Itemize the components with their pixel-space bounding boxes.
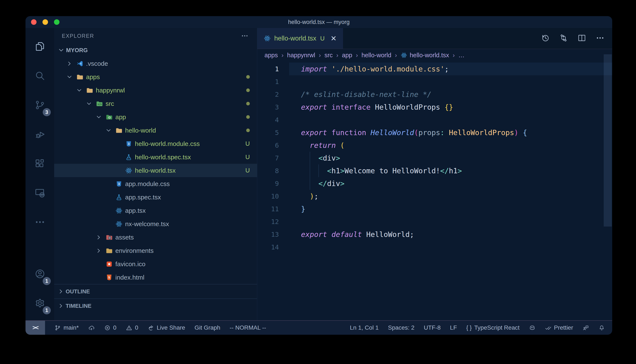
tree-item-hello-world-module-css[interactable]: 3hello-world.module.cssU: [54, 137, 257, 150]
activity-item-run-and-debug[interactable]: [26, 120, 54, 149]
open-timeline-button[interactable]: [541, 34, 550, 43]
tab-hello-world-tsx[interactable]: hello-world.tsx U ✕: [257, 28, 343, 49]
git-untracked-badge: U: [245, 154, 250, 160]
code-line-content: [289, 215, 612, 228]
tree-item-label: favicon.ico: [115, 260, 145, 268]
status-item-cursor-position[interactable]: Ln 1, Col 1: [350, 324, 378, 331]
status-item-label: Ln 1, Col 1: [350, 324, 378, 331]
more-actions-button[interactable]: [596, 34, 604, 43]
tree-item-label: happynrwl: [96, 87, 125, 94]
editor-scrollbar[interactable]: [604, 54, 612, 226]
tree-item-app-module-css[interactable]: 3app.module.css: [54, 177, 257, 190]
tree-item-vscode[interactable]: .vscode: [54, 57, 257, 70]
code-editor[interactable]: 1import './hello-world.module.css';12/* …: [257, 61, 612, 320]
breadcrumb-label: app: [342, 52, 352, 59]
activity-item-remote-explorer[interactable]: [26, 178, 54, 208]
status-item-notifications[interactable]: [598, 324, 605, 331]
code-line-content: return (: [289, 139, 612, 152]
status-item-git-branch[interactable]: main*: [54, 324, 79, 331]
window-title: hello-world.tsx — myorg: [26, 19, 612, 26]
code-line-9: 9 </div>: [257, 177, 612, 190]
tree-item-label: hello-world: [125, 127, 156, 134]
tree-item-index-html[interactable]: 5index.html: [54, 271, 257, 284]
tree-item-apps[interactable]: apps: [54, 70, 257, 84]
explorer-sidebar: EXPLORER MYORG .vscodeappshappynrwl</>sr…: [54, 28, 257, 320]
status-item-vim-mode[interactable]: -- NORMAL --: [230, 324, 266, 331]
tree-item-hello-world-tsx[interactable]: hello-world.tsxU: [54, 164, 257, 177]
status-item-eol[interactable]: LF: [450, 324, 457, 331]
tree-item-app[interactable]: app: [54, 110, 257, 124]
tree-item-app-spec-tsx[interactable]: app.spec.tsx: [54, 190, 257, 204]
split-editor-button[interactable]: [577, 34, 586, 43]
line-number: 14: [257, 241, 289, 254]
editor-group: hello-world.tsx U ✕ apps›happynrwl›src›a…: [257, 28, 612, 320]
status-item-live-share[interactable]: Live Share: [148, 324, 185, 331]
activity-item-source-control[interactable]: 3: [26, 91, 54, 120]
line-number: 13: [257, 228, 289, 241]
tree-item-hello-world-spec-tsx[interactable]: hello-world.spec.tsxU: [54, 150, 257, 164]
explorer-more-actions-button[interactable]: [241, 32, 249, 40]
activity-item-search[interactable]: [26, 62, 54, 91]
activity-item-extensions[interactable]: [26, 149, 54, 178]
more-views-icon: [34, 216, 46, 228]
panel-header-outline[interactable]: OUTLINE: [54, 284, 257, 298]
panel-label: OUTLINE: [66, 288, 90, 295]
activity-item-explorer[interactable]: [26, 32, 54, 62]
chevron-right-icon: [58, 288, 64, 294]
extensions-icon: [34, 158, 46, 170]
status-item-encoding[interactable]: UTF-8: [424, 324, 441, 331]
activity-item-more-views[interactable]: [26, 208, 54, 237]
tree-item-favicon-ico[interactable]: favicon.ico: [54, 257, 257, 271]
svg-text:</>: </>: [98, 103, 102, 106]
breadcrumb-item-[interactable]: …: [458, 52, 465, 59]
tree-item-nx-welcome-tsx[interactable]: nx-welcome.tsx: [54, 217, 257, 230]
minimize-window-button[interactable]: [43, 19, 48, 25]
status-item-language-mode[interactable]: { }TypeScript React: [466, 324, 520, 331]
line-number: 5: [257, 126, 289, 139]
git-modified-dot: [246, 88, 250, 92]
activity-item-settings[interactable]: 1: [26, 289, 54, 318]
file-tree: .vscodeappshappynrwl</>srcapphello-world…: [54, 57, 257, 284]
code-line-2: 2/* eslint-disable-next-line */: [257, 88, 612, 101]
css-icon: 3: [125, 140, 135, 148]
tree-item-src[interactable]: </>src: [54, 97, 257, 110]
indent-guide: [310, 152, 310, 164]
workspace-section-header[interactable]: MYORG: [54, 44, 257, 57]
breadcrumb-item-app[interactable]: app: [342, 52, 352, 59]
explorer-icon: [34, 41, 46, 53]
breadcrumb-item-apps[interactable]: apps: [265, 52, 278, 59]
git-modified-dot: [246, 75, 250, 79]
remote-indicator[interactable]: ><: [26, 321, 45, 335]
status-bar: ><main*00Live ShareGit Graph-- NORMAL --…: [26, 320, 612, 335]
status-item-feedback[interactable]: [582, 324, 589, 331]
status-item-label: TypeScript React: [474, 324, 520, 331]
close-tab-button[interactable]: ✕: [331, 34, 337, 43]
panel-header-timeline[interactable]: TIMELINE: [54, 298, 257, 313]
status-item-git-graph[interactable]: Git Graph: [194, 324, 220, 331]
chevron-right-icon: [67, 61, 76, 66]
breadcrumb-item-hello-world-tsx[interactable]: hello-world.tsx: [401, 52, 449, 59]
open-changes-button[interactable]: [559, 34, 568, 43]
status-item-publish-changes[interactable]: [88, 324, 95, 331]
breadcrumb-item-hello-world[interactable]: hello-world: [361, 52, 391, 59]
feedback-icon: [582, 324, 589, 331]
close-window-button[interactable]: [31, 19, 37, 25]
breadcrumb-item-src[interactable]: src: [324, 52, 333, 59]
breadcrumb-item-happynrwl[interactable]: happynrwl: [287, 52, 315, 59]
tree-item-assets[interactable]: assets: [54, 230, 257, 244]
tree-item-app-tsx[interactable]: app.tsx: [54, 204, 257, 217]
tab-label: hello-world.tsx: [274, 34, 316, 42]
line-number: 1: [257, 75, 289, 88]
status-item-indentation[interactable]: Spaces: 2: [388, 324, 414, 331]
activity-item-accounts[interactable]: 1: [26, 260, 54, 289]
tree-item-hello-world[interactable]: hello-world: [54, 124, 257, 137]
window-controls: [26, 19, 60, 25]
status-item-warnings[interactable]: 0: [126, 324, 138, 331]
tree-item-environments[interactable]: environments: [54, 244, 257, 257]
tree-item-happynrwl[interactable]: happynrwl: [54, 84, 257, 97]
status-item-copilot[interactable]: [529, 324, 536, 331]
remote-explorer-icon: [34, 187, 46, 199]
status-item-errors[interactable]: 0: [104, 324, 117, 331]
zoom-window-button[interactable]: [54, 19, 60, 25]
status-item-formatter[interactable]: Prettier: [545, 324, 573, 331]
